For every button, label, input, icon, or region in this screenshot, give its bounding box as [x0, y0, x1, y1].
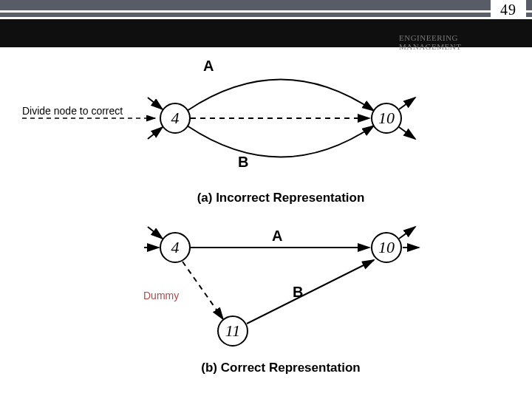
svg-line-4: [399, 98, 415, 109]
node-4-a-text: 4: [171, 109, 180, 128]
node-10-b: 10: [371, 232, 402, 263]
node-11-b-text: 11: [225, 321, 240, 341]
node-10-a-text: 10: [378, 109, 395, 128]
svg-line-7: [247, 260, 374, 324]
label-B-a: B: [238, 154, 248, 171]
svg-line-3: [148, 127, 163, 139]
label-B-b: B: [293, 284, 303, 301]
label-A-a: A: [203, 58, 214, 75]
svg-line-9: [148, 227, 163, 239]
svg-line-2: [148, 98, 163, 109]
svg-line-5: [399, 127, 415, 139]
node-10-a: 10: [371, 103, 402, 134]
label-dummy: Dummy: [143, 290, 179, 301]
hint-divide-node: Divide node to correct: [22, 105, 123, 117]
node-4-b: 4: [160, 232, 191, 263]
node-10-b-text: 10: [378, 238, 395, 257]
svg-line-8: [183, 262, 223, 319]
node-4-a: 4: [160, 103, 191, 134]
slide: 49 ENGINEERING MANAGEMENT: [0, 0, 532, 399]
connectors: [0, 0, 532, 399]
svg-line-11: [399, 227, 415, 239]
node-11-b: 11: [217, 316, 248, 347]
node-4-b-text: 4: [171, 238, 180, 257]
label-A-b: A: [272, 228, 282, 245]
